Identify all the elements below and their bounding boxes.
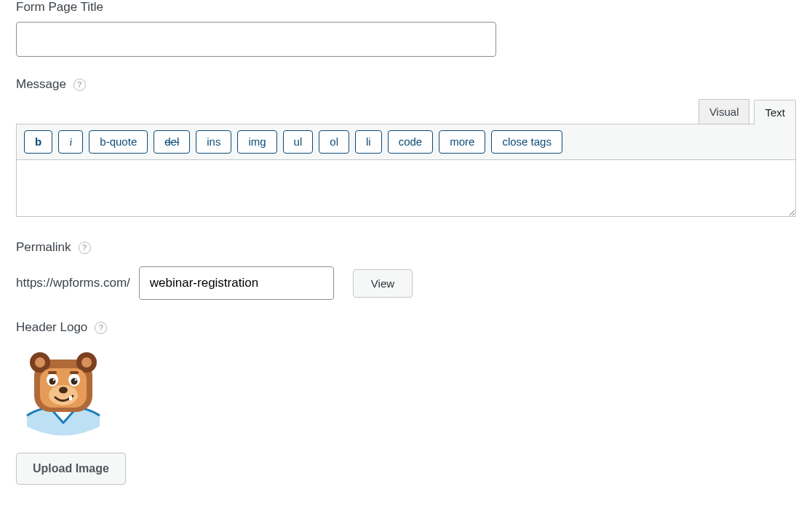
qt-ol-button[interactable]: ol bbox=[319, 130, 349, 154]
permalink-slug-input[interactable] bbox=[139, 266, 334, 300]
mascot-bear-icon bbox=[16, 346, 111, 441]
permalink-label-text: Permalink bbox=[16, 240, 71, 255]
svg-point-9 bbox=[71, 378, 78, 385]
qt-ul-button[interactable]: ul bbox=[283, 130, 314, 154]
qt-del-button[interactable]: del bbox=[154, 130, 190, 154]
qt-li-button[interactable]: li bbox=[355, 130, 382, 154]
svg-rect-13 bbox=[70, 371, 79, 374]
qt-img-button[interactable]: img bbox=[237, 130, 276, 154]
svg-rect-12 bbox=[48, 371, 57, 374]
qt-bold-button[interactable]: b bbox=[24, 130, 52, 154]
message-label-text: Message bbox=[16, 77, 66, 92]
svg-point-3 bbox=[35, 357, 45, 368]
header-logo-preview[interactable] bbox=[16, 346, 111, 441]
view-button[interactable]: View bbox=[353, 269, 413, 298]
header-logo-label-text: Header Logo bbox=[16, 320, 87, 335]
upload-image-button[interactable]: Upload Image bbox=[16, 453, 126, 485]
help-icon[interactable]: ? bbox=[95, 322, 107, 334]
svg-point-10 bbox=[53, 379, 55, 381]
svg-rect-16 bbox=[69, 396, 72, 400]
form-page-title-input[interactable] bbox=[16, 22, 496, 57]
form-page-title-label: Form Page Title bbox=[16, 0, 796, 15]
svg-point-11 bbox=[75, 379, 77, 381]
tab-text[interactable]: Text bbox=[754, 100, 796, 124]
message-label: Message ? bbox=[16, 77, 796, 92]
message-editor: Visual Text b i b-quote del ins img ul o… bbox=[16, 99, 796, 220]
editor-toolbar: b i b-quote del ins img ul ol li code mo… bbox=[16, 124, 796, 160]
permalink-url-prefix: https://wpforms.com/ bbox=[16, 276, 130, 290]
editor-tabs: Visual Text bbox=[16, 99, 796, 124]
qt-bquote-button[interactable]: b-quote bbox=[89, 130, 148, 154]
message-textarea[interactable] bbox=[16, 160, 796, 217]
qt-italic-button[interactable]: i bbox=[58, 130, 83, 154]
permalink-label: Permalink ? bbox=[16, 240, 796, 255]
header-logo-label: Header Logo ? bbox=[16, 320, 796, 335]
qt-code-button[interactable]: code bbox=[388, 130, 434, 154]
form-page-title-label-text: Form Page Title bbox=[16, 0, 103, 15]
svg-point-15 bbox=[59, 387, 68, 394]
qt-closetags-button[interactable]: close tags bbox=[491, 130, 562, 154]
svg-point-4 bbox=[81, 357, 92, 368]
qt-more-button[interactable]: more bbox=[439, 130, 485, 154]
tab-visual[interactable]: Visual bbox=[698, 99, 750, 124]
help-icon[interactable]: ? bbox=[79, 242, 91, 254]
svg-point-8 bbox=[49, 378, 56, 385]
help-icon[interactable]: ? bbox=[73, 79, 86, 91]
qt-ins-button[interactable]: ins bbox=[196, 130, 231, 154]
permalink-row: https://wpforms.com/ View bbox=[16, 266, 796, 300]
